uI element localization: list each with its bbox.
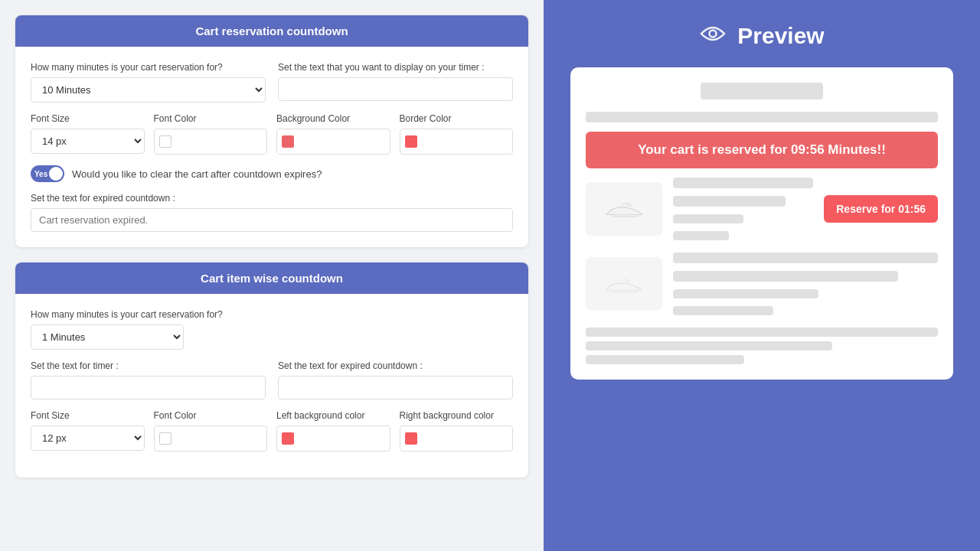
- bottom-skeletons: [586, 328, 938, 364]
- font-color-wrapper: #ffffff: [154, 129, 268, 155]
- preview-title: Preview: [699, 23, 824, 49]
- timer-expired-row: Set the text for timer : Reserve for {{t…: [31, 360, 513, 399]
- font-row-1: Font Size 14 px Font Color #ffffff: [31, 113, 513, 155]
- font-color-input[interactable]: #ffffff: [176, 131, 267, 153]
- item-minutes-label: How many minutes is your cart reservatio…: [31, 309, 513, 320]
- timer-text-group: Set the text that you want to display on…: [278, 62, 513, 101]
- product-image-2: [586, 257, 662, 311]
- item-expired-text-group: Set the text for expired countdown : Che…: [278, 360, 513, 399]
- sk-p1-4: [673, 231, 729, 240]
- reserve-button-1[interactable]: Reserve for 01:56: [824, 195, 938, 223]
- font-color-group: Font Color #ffffff: [154, 113, 268, 155]
- border-color-label: Border Color: [400, 113, 514, 124]
- border-color-wrapper: #f55a5f: [400, 129, 514, 155]
- font-color-label: Font Color: [154, 113, 268, 124]
- svg-point-0: [710, 31, 717, 37]
- item-right-bg-group: Right background color #f55a5f: [400, 410, 514, 452]
- item-right-bg-wrapper: #f55a5f: [400, 425, 514, 452]
- sk-p1-1: [673, 178, 813, 188]
- product-row-1: Reserve for 01:56: [586, 178, 938, 240]
- item-left-bg-group: Left background color #f55a5f: [276, 410, 390, 452]
- item-font-color-label: Font Color: [154, 410, 268, 421]
- item-font-size-group: Font Size 12 px: [31, 410, 145, 452]
- expired-text-label: Set the text for expired countdown :: [31, 193, 513, 204]
- item-timer-text-label: Set the text for timer :: [31, 360, 266, 371]
- cart-reservation-card: Cart reservation countdown How many minu…: [15, 15, 528, 247]
- minutes-group: How many minutes is your cart reservatio…: [31, 62, 266, 103]
- font-size-group: Font Size 14 px: [31, 113, 145, 155]
- toggle-yes-label: Yes: [34, 170, 47, 178]
- cart-reservation-header: Cart reservation countdown: [15, 15, 528, 47]
- item-right-bg-label: Right background color: [400, 410, 514, 421]
- product-details-1: [673, 178, 813, 240]
- item-left-bg-swatch: [277, 426, 299, 451]
- item-left-bg-input[interactable]: #f55a5f: [299, 428, 390, 450]
- sk-p1-2: [673, 196, 786, 207]
- product-image-1: [586, 182, 662, 236]
- cart-item-title: Cart item wise countdown: [201, 272, 343, 285]
- cart-item-header: Cart item wise countdown: [15, 262, 528, 294]
- item-font-color-input[interactable]: #ffffff: [176, 428, 267, 450]
- item-font-size-select[interactable]: 12 px: [31, 425, 145, 451]
- minutes-select[interactable]: 10 Minutes: [31, 77, 266, 103]
- cart-item-card: Cart item wise countdown How many minute…: [15, 262, 528, 478]
- product-details-2: [673, 253, 938, 315]
- item-right-bg-input[interactable]: #f55a5f: [422, 428, 513, 450]
- sk-p2-3: [673, 289, 818, 298]
- skeleton-top: [701, 83, 823, 99]
- toggle-thumb: [49, 167, 63, 181]
- toggle-row: Yes Would you like to clear the cart aft…: [31, 165, 513, 182]
- sk-p2-4: [673, 306, 773, 315]
- font-size-select[interactable]: 14 px: [31, 129, 145, 154]
- bg-color-label: Background Color: [276, 113, 390, 124]
- item-timer-text-group: Set the text for timer : Reserve for {{t…: [31, 360, 266, 399]
- clear-cart-toggle[interactable]: Yes: [31, 165, 64, 182]
- timer-text: Your cart is reserved for 09:56 Minutes!…: [638, 142, 886, 157]
- timer-text-label: Set the text that you want to display on…: [278, 62, 513, 73]
- item-minutes-select[interactable]: 1 Minutes: [31, 324, 184, 350]
- preview-label: Preview: [737, 23, 824, 49]
- cart-reservation-title: Cart reservation countdown: [195, 24, 348, 37]
- expired-text-group: Set the text for expired countdown :: [31, 193, 513, 232]
- preview-card: Your cart is reserved for 09:56 Minutes!…: [570, 67, 953, 380]
- sk-bottom-2: [586, 341, 832, 350]
- item-font-size-label: Font Size: [31, 410, 145, 421]
- item-font-row: Font Size 12 px Font Color #ffffff: [31, 410, 513, 452]
- item-font-color-group: Font Color #ffffff: [154, 410, 268, 452]
- product-rows: Reserve for 01:56: [586, 178, 938, 315]
- item-right-bg-swatch: [400, 426, 422, 451]
- left-panel: Cart reservation countdown How many minu…: [0, 0, 544, 551]
- bg-color-group: Background Color #eb6568: [276, 113, 390, 155]
- sk-bottom-3: [586, 355, 744, 364]
- sk-p1-3: [673, 214, 743, 223]
- item-expired-text-label: Set the text for expired countdown :: [278, 360, 513, 371]
- cart-item-body: How many minutes is your cart reservatio…: [15, 294, 528, 478]
- eye-icon: [699, 24, 727, 48]
- sk-p2-2: [673, 271, 898, 282]
- product-row-2: [586, 253, 938, 315]
- minutes-timer-row: How many minutes is your cart reservatio…: [31, 62, 513, 103]
- font-size-label: Font Size: [31, 113, 145, 124]
- border-color-input[interactable]: #f55a5f: [422, 131, 513, 153]
- item-font-color-swatch: [155, 426, 176, 451]
- minutes-label: How many minutes is your cart reservatio…: [31, 62, 266, 73]
- border-color-group: Border Color #f55a5f: [400, 113, 514, 155]
- right-panel: Preview Your cart is reserved for 09:56 …: [544, 0, 980, 551]
- item-timer-text-input[interactable]: Reserve for {{time_remaining}}: [31, 376, 266, 399]
- timer-text-input[interactable]: Your cart is reserved for {{time_remaini…: [278, 77, 513, 101]
- cart-reservation-body: How many minutes is your cart reservatio…: [15, 47, 528, 247]
- bg-color-swatch: [277, 129, 299, 154]
- sk-p2-1: [673, 253, 938, 263]
- toggle-question: Would you like to clear the cart after c…: [72, 168, 322, 180]
- expired-text-input[interactable]: [31, 208, 513, 232]
- sk-bottom-1: [586, 328, 938, 337]
- item-expired-text-input[interactable]: Checkout now to avoid losing your deal: [278, 376, 513, 399]
- item-minutes-group: How many minutes is your cart reservatio…: [31, 309, 513, 350]
- bg-color-wrapper: #eb6568: [276, 129, 390, 155]
- skeleton-full-1: [586, 112, 938, 122]
- border-color-swatch: [400, 129, 422, 154]
- item-left-bg-wrapper: #f55a5f: [276, 425, 390, 452]
- bg-color-input[interactable]: #eb6568: [299, 131, 390, 153]
- item-left-bg-label: Left background color: [276, 410, 390, 421]
- item-font-color-wrapper: #ffffff: [154, 425, 268, 452]
